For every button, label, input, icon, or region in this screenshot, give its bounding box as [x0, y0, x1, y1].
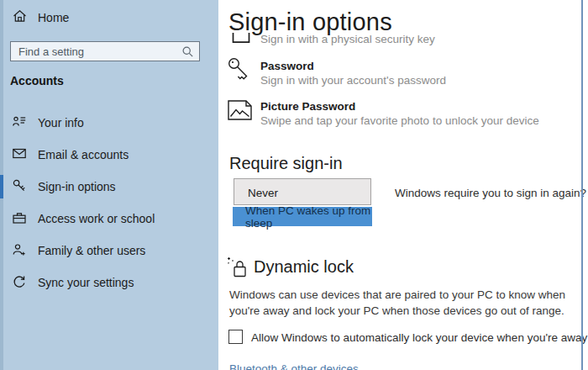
sync-icon: [13, 275, 26, 291]
sidebar-item-label: Sign-in options: [38, 180, 116, 193]
sidebar-item-label: Your info: [38, 116, 84, 130]
home-icon: [13, 9, 27, 26]
sidebar-item-your-info[interactable]: Your info: [0, 107, 218, 139]
dynamic-lock-checkbox-label: Allow Windows to automatically lock your…: [251, 331, 587, 344]
sidebar-item-label: Access work or school: [38, 212, 155, 225]
selected-accent-bar: [0, 175, 3, 198]
option-subtitle: Sign in with your account's password: [260, 74, 446, 87]
option-subtitle: Sign in with a physical security key: [260, 33, 435, 45]
require-signin-heading: Require sign-in: [229, 154, 343, 173]
option-title: Password: [260, 60, 314, 72]
search-input[interactable]: [11, 45, 182, 58]
sidebar: Home Accounts: [0, 0, 218, 370]
option-subtitle: Swipe and tap your favorite photo to unl…: [260, 114, 539, 127]
settings-window: Home Accounts: [0, 0, 588, 370]
key-icon: [13, 179, 26, 195]
dynamic-lock-checkbox[interactable]: [228, 330, 243, 344]
dynamic-lock-icon: [226, 256, 249, 282]
require-signin-dropdown[interactable]: Never: [234, 178, 371, 205]
option-title: Picture Password: [260, 100, 355, 113]
email-icon: [13, 148, 26, 161]
sidebar-item-label: Sync your settings: [38, 276, 134, 289]
require-signin-question: Windows require you to sign in again?: [395, 187, 586, 199]
security-key-icon: [232, 32, 250, 47]
main-content: Sign-in options Sign in with a physical …: [218, 0, 588, 370]
sidebar-item-label: Email & accounts: [38, 148, 129, 161]
dynamic-lock-description: Windows can use devices that are paired …: [229, 288, 565, 319]
search-box[interactable]: [10, 41, 200, 61]
briefcase-icon: [13, 212, 26, 226]
window-right-border: [581, 0, 583, 370]
sidebar-item-home[interactable]: Home: [13, 9, 69, 26]
dropdown-option-never[interactable]: Never: [248, 187, 278, 199]
picture-icon: [228, 100, 252, 124]
home-label: Home: [38, 11, 69, 24]
dynamic-lock-heading: Dynamic lock: [254, 257, 354, 277]
person-add-icon: [13, 243, 26, 259]
search-icon: [182, 46, 193, 57]
bluetooth-devices-link[interactable]: Bluetooth & other devices: [229, 362, 359, 370]
dropdown-option-wake-from-sleep[interactable]: When PC wakes up from sleep: [233, 207, 372, 226]
sidebar-item-label: Family & other users: [38, 244, 145, 257]
sidebar-nav: Your info Email & accounts: [0, 107, 218, 299]
sidebar-section-accounts: Accounts: [10, 74, 64, 87]
sidebar-item-sign-in-options[interactable]: Sign-in options: [0, 171, 218, 203]
sidebar-item-email-accounts[interactable]: Email & accounts: [0, 139, 218, 171]
sidebar-item-sync-settings[interactable]: Sync your settings: [0, 267, 218, 299]
description-line: you're away and lock your PC when those …: [229, 304, 565, 320]
sidebar-item-access-work-school[interactable]: Access work or school: [0, 203, 218, 235]
contact-icon: [13, 115, 26, 130]
sidebar-item-family-other-users[interactable]: Family & other users: [0, 235, 218, 267]
description-line: Windows can use devices that are paired …: [229, 288, 565, 304]
password-key-icon: [228, 57, 252, 86]
